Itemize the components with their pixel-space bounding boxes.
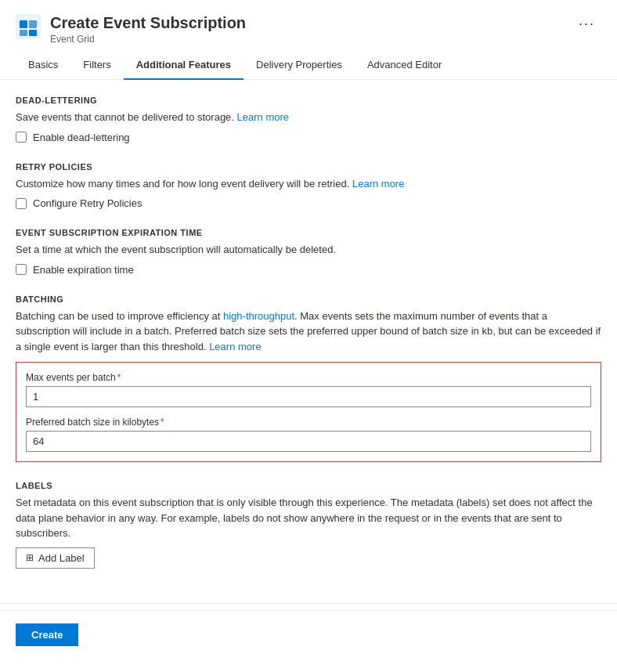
svg-rect-4 bbox=[29, 30, 37, 36]
dead-lettering-checkbox[interactable] bbox=[16, 132, 27, 143]
dead-lettering-desc-text: Save events that cannot be delivered to … bbox=[16, 111, 234, 123]
event-grid-icon bbox=[16, 14, 41, 39]
dead-lettering-checkbox-row: Enable dead-lettering bbox=[16, 132, 601, 143]
header-text-group: Create Event Subscription Event Grid bbox=[50, 13, 563, 45]
dead-lettering-learn-more[interactable]: Learn more bbox=[237, 111, 289, 123]
batch-size-label: Preferred batch size in kilobytes* bbox=[26, 417, 591, 428]
dead-lettering-checkbox-label[interactable]: Enable dead-lettering bbox=[33, 132, 130, 143]
svg-rect-0 bbox=[16, 14, 41, 39]
main-content: DEAD-LETTERING Save events that cannot b… bbox=[0, 80, 617, 603]
svg-rect-1 bbox=[20, 20, 27, 28]
labels-section: LABELS Set metadata on this event subscr… bbox=[16, 481, 601, 569]
footer-divider bbox=[0, 603, 617, 604]
create-button[interactable]: Create bbox=[16, 623, 78, 646]
max-events-field-group: Max events per batch* bbox=[26, 372, 591, 407]
svg-rect-2 bbox=[29, 20, 37, 28]
expiration-section: EVENT SUBSCRIPTION EXPIRATION TIME Set a… bbox=[16, 228, 601, 276]
tab-advanced-editor[interactable]: Advanced Editor bbox=[355, 51, 454, 80]
more-options-button[interactable]: ··· bbox=[572, 13, 601, 35]
retry-policies-desc-text: Customize how many times and for how lon… bbox=[16, 178, 349, 190]
batching-section: BATCHING Batching can be used to improve… bbox=[16, 294, 601, 463]
expiration-checkbox[interactable] bbox=[16, 264, 27, 275]
retry-policies-title: RETRY POLICIES bbox=[16, 162, 601, 172]
max-events-input[interactable] bbox=[26, 386, 591, 407]
dead-lettering-desc: Save events that cannot be delivered to … bbox=[16, 110, 601, 125]
max-events-required-star: * bbox=[117, 372, 121, 383]
expiration-desc: Set a time at which the event subscripti… bbox=[16, 242, 601, 258]
batch-size-input[interactable] bbox=[26, 431, 591, 452]
batching-desc-text: Batching can be used to improve efficien… bbox=[16, 310, 601, 352]
tab-filters[interactable]: Filters bbox=[70, 51, 123, 80]
add-label-icon: ⊞ bbox=[26, 552, 34, 563]
retry-policies-checkbox-row: Configure Retry Policies bbox=[16, 197, 601, 209]
retry-policies-learn-more[interactable]: Learn more bbox=[352, 178, 404, 190]
retry-policies-checkbox-label[interactable]: Configure Retry Policies bbox=[33, 197, 142, 209]
add-label-text: Add Label bbox=[38, 552, 85, 564]
dead-lettering-section: DEAD-LETTERING Save events that cannot b… bbox=[16, 96, 601, 143]
expiration-checkbox-label[interactable]: Enable expiration time bbox=[33, 264, 134, 276]
tab-delivery-properties[interactable]: Delivery Properties bbox=[244, 51, 355, 80]
max-events-label: Max events per batch* bbox=[26, 372, 591, 383]
labels-desc: Set metadata on this event subscription … bbox=[16, 495, 601, 541]
tab-additional-features[interactable]: Additional Features bbox=[124, 51, 244, 80]
batching-desc: Batching can be used to improve efficien… bbox=[16, 309, 601, 355]
batch-size-field-group: Preferred batch size in kilobytes* bbox=[26, 417, 591, 452]
retry-policies-checkbox[interactable] bbox=[16, 198, 27, 209]
expiration-checkbox-row: Enable expiration time bbox=[16, 264, 601, 276]
svg-rect-3 bbox=[20, 30, 27, 36]
dead-lettering-title: DEAD-LETTERING bbox=[16, 96, 601, 105]
expiration-title: EVENT SUBSCRIPTION EXPIRATION TIME bbox=[16, 228, 601, 237]
add-label-button[interactable]: ⊞ Add Label bbox=[16, 547, 95, 569]
retry-policies-section: RETRY POLICIES Customize how many times … bbox=[16, 162, 601, 210]
page-title: Create Event Subscription bbox=[50, 13, 563, 33]
labels-title: LABELS bbox=[16, 481, 601, 490]
retry-policies-desc: Customize how many times and for how lon… bbox=[16, 176, 601, 192]
navigation-tabs: Basics Filters Additional Features Deliv… bbox=[0, 51, 617, 80]
page-subtitle: Event Grid bbox=[50, 34, 563, 45]
batching-title: BATCHING bbox=[16, 294, 601, 304]
footer-bar: Create bbox=[0, 610, 617, 659]
page-header: Create Event Subscription Event Grid ··· bbox=[0, 0, 617, 51]
tab-basics[interactable]: Basics bbox=[16, 51, 70, 80]
batch-size-required-star: * bbox=[161, 417, 164, 428]
batching-fields-box: Max events per batch* Preferred batch si… bbox=[16, 362, 601, 462]
batching-learn-more[interactable]: Learn more bbox=[209, 341, 261, 352]
